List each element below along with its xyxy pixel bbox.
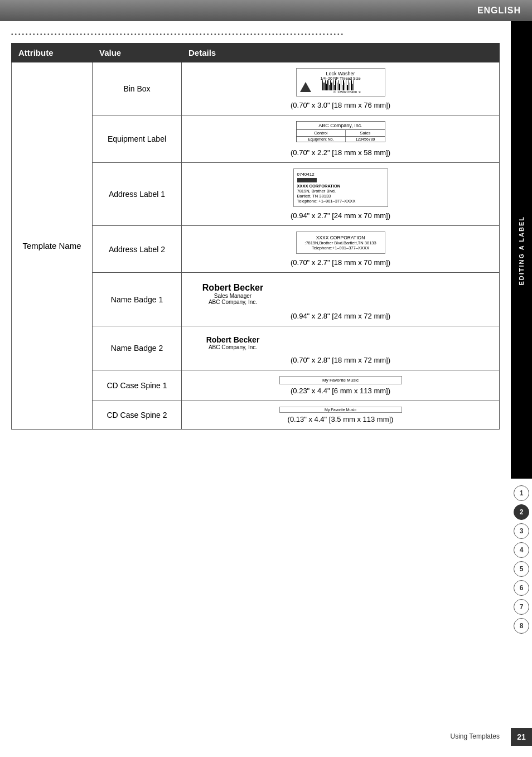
lw-row: 0 12502 05400 9 [300,80,381,94]
side-tab-label: EDITING A LABEL [518,216,525,286]
language-label: ENGLISH [477,6,521,16]
header-attribute: Attribute [12,44,93,62]
name-badge2-size: (0.70" x 2.8" [18 mm x 72 mm]) [190,356,491,364]
value-name-badge1: Name Badge 1 [93,273,182,326]
footer-text: Using Templates [451,732,500,740]
value-address2: Address Label 2 [93,226,182,273]
footer: Using Templates [451,732,500,740]
header-value: Value [93,44,182,62]
details-name-badge2: Robert Becker ABC Company, Inc. (0.70" x… [182,326,500,370]
cd-spine2-size: (0.13" x 4.4" [3.5 mm x 113 mm]) [190,415,491,423]
arrow-up-icon [300,82,311,92]
page-number: 21 [511,728,532,746]
badge1-title: Sales Manager [192,293,273,299]
template-table: Attribute Value Details Template Name Bi… [11,43,500,430]
details-name-badge1: Robert Becker Sales Manager ABC Company,… [182,273,500,326]
details-equipment-label: ABC Company, Inc. Control Sales Equipmen… [182,115,500,163]
number-8[interactable]: 8 [514,618,529,634]
value-equipment-label: Equipment Label [93,115,182,163]
details-cd-spine2: My Favorite Music (0.13" x 4.4" [3.5 mm … [182,401,500,430]
main-content: Attribute Value Details Template Name Bi… [11,43,500,430]
attribute-template-name: Template Name [12,62,93,430]
lw-sub: 1/4–20 NF Thread Size [300,76,381,80]
number-2[interactable]: 2 [514,504,529,520]
badge1-name: Robert Becker [192,283,273,293]
name-badge1-size: (0.94" x 2.8" [24 mm x 72 mm]) [190,312,491,320]
value-address1: Address Label 1 [93,163,182,226]
cd-spine1-preview: My Favorite Music [279,376,402,384]
address2-preview: XXXX CORPORATION :7819N,Brother Blvd.Bar… [296,232,385,254]
cd-spine2-preview: My Favorite Music [279,407,402,413]
top-header: ENGLISH [0,0,532,21]
bin-box-preview: Lock Washer 1/4–20 NF Thread Size [296,68,385,97]
equipment-preview: ABC Company, Inc. Control Sales Equipmen… [296,121,385,142]
equip-col2: Sales [346,130,385,137]
lw-title: Lock Washer [300,71,381,76]
address1-size: (0.94" x 2.7" [24 mm x 70 mm]) [190,211,491,220]
cd-spine1-size: (0.23" x 4.4" [6 mm x 113 mm]) [190,387,491,395]
barcode-small [297,178,317,182]
details-address2: XXXX CORPORATION :7819N,Brother Blvd.Bar… [182,226,500,273]
details-bin-box: Lock Washer 1/4–20 NF Thread Size [182,62,500,115]
equip-no-val: 123456789 [346,137,385,142]
number-5[interactable]: 5 [514,561,529,577]
name-badge1-preview: Robert Becker Sales Manager ABC Company,… [190,278,276,310]
dots-separator: ••••••••••••••••••••••••••••••••••••••••… [0,21,532,43]
value-cd-spine1: CD Case Spine 1 [93,370,182,401]
equip-company: ABC Company, Inc. [296,122,385,130]
equipment-size: (0.70" x 2.2" [18 mm x 58 mm]) [190,148,491,157]
details-address1: 0740412 XXXX CORPORATION 7819N, Brother … [182,163,500,226]
badge1-company: ABC Company, Inc. [192,299,273,305]
address1-preview: 0740412 XXXX CORPORATION 7819N, Brother … [293,168,388,207]
badge2-company: ABC Company, Inc. [192,344,273,350]
value-name-badge2: Name Badge 2 [93,326,182,370]
badge2-name: Robert Becker [192,335,273,344]
side-tab: EDITING A LABEL [511,21,532,479]
header-details: Details [182,44,500,62]
details-cd-spine1: My Favorite Music (0.23" x 4.4" [6 mm x … [182,370,500,401]
address2-size: (0.70" x 2.7" [18 mm x 70 mm]) [190,258,491,267]
equip-no-label: Equipment No. [296,137,346,142]
value-cd-spine2: CD Case Spine 2 [93,401,182,430]
name-badge2-preview: Robert Becker ABC Company, Inc. [190,332,276,354]
number-6[interactable]: 6 [514,580,529,596]
number-4[interactable]: 4 [514,542,529,558]
number-3[interactable]: 3 [514,523,529,539]
bin-box-size: (0.70" x 3.0" [18 mm x 76 mm]) [190,101,491,109]
table-row: Template Name Bin Box Lock Washer 1/4–20… [12,62,500,115]
value-bin-box: Bin Box [93,62,182,115]
number-1[interactable]: 1 [514,485,529,501]
chapter-numbers: 1 2 3 4 5 6 7 8 [514,485,529,634]
number-7[interactable]: 7 [514,599,529,615]
equip-col1: Control [296,130,346,137]
